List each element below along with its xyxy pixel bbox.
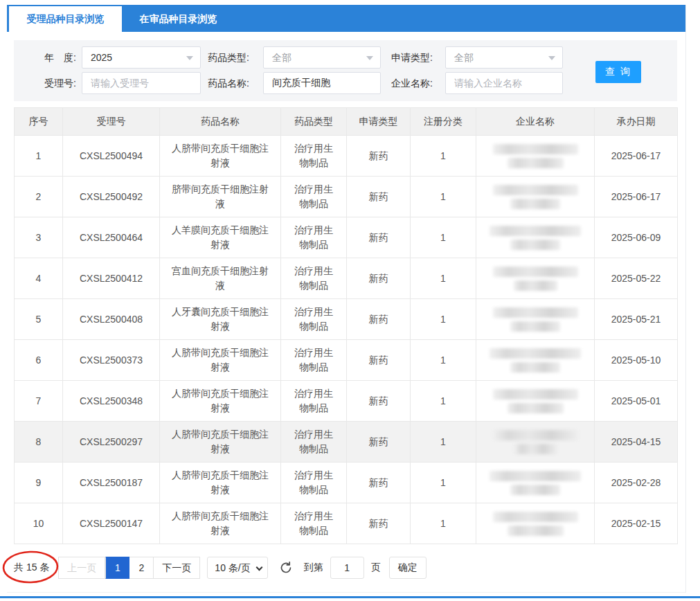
redacted-company-blur: [483, 267, 587, 291]
cell-acceptance-no: CXSL2500492: [63, 177, 160, 217]
search-filter-panel: 年 度: 2025 药品类型: 全部 申请类型: 全部 受理号: 药品名称: 企…: [14, 40, 677, 101]
cell-drug-name: 人脐带间充质干细胞注射液: [160, 136, 281, 177]
tab-under-review-catalog[interactable]: 在审品种目录浏览: [122, 6, 235, 32]
table-row[interactable]: 7CXSL2500348人脐带间充质干细胞注射液治疗用生物制品新药12025-0…: [15, 381, 678, 422]
cell-apply-type: 新药: [347, 463, 411, 503]
tab-accepted-catalog[interactable]: 受理品种目录浏览: [9, 6, 122, 33]
cell-drug-name: 人脐带间充质干细胞注射液: [160, 463, 281, 503]
drug-type-select-value: 全部: [272, 52, 291, 63]
table-row[interactable]: 2CXSL2500492脐带间充质干细胞注射液治疗用生物制品新药12025-06…: [15, 177, 678, 217]
cell-acceptance-no: CXSL2500297: [63, 422, 160, 463]
page-number-button[interactable]: 1: [105, 557, 129, 579]
cell-acceptance-no: CXSL2500147: [63, 503, 160, 544]
cell-drug-name: 人牙囊间充质干细胞注射液: [160, 299, 281, 340]
cell-company-redacted: [476, 177, 595, 217]
table-row[interactable]: 4CXSL2500412宫血间充质干细胞注射液治疗用生物制品新药12025-05…: [15, 258, 678, 299]
pagination-bar: 共 15 条 上一页 12 下一页 10 条/页 到第 页 确定: [7, 557, 685, 579]
cell-acceptance-no: CXSL2500494: [63, 136, 160, 177]
page-size-select[interactable]: 10 条/页: [207, 557, 267, 579]
cell-seq: 2: [15, 177, 63, 217]
cell-seq: 5: [15, 299, 63, 340]
cell-reg-class: 1: [411, 258, 476, 299]
table-row[interactable]: 6CXSL2500373人脐带间充质干细胞注射液治疗用生物制品新药12025-0…: [15, 340, 678, 381]
next-page-button[interactable]: 下一页: [154, 557, 200, 579]
cell-company-redacted: [476, 381, 595, 422]
results-table: 序号受理号药品名称药品类型申请类型注册分类企业名称承办日期 1CXSL25004…: [14, 107, 678, 544]
cell-reg-class: 1: [411, 463, 476, 503]
cell-apply-type: 新药: [347, 340, 411, 381]
cell-acceptance-no: CXSL2500464: [63, 217, 160, 258]
acceptance-no-input[interactable]: [82, 72, 201, 94]
column-header: 受理号: [63, 108, 160, 136]
cell-date: 2025-04-15: [595, 422, 678, 463]
cell-company-redacted: [476, 217, 595, 258]
cell-drug-type: 治疗用生物制品: [281, 258, 347, 299]
table-row[interactable]: 3CXSL2500464人羊膜间充质干细胞注射液治疗用生物制品新药12025-0…: [15, 217, 678, 258]
prev-page-button[interactable]: 上一页: [58, 557, 105, 579]
apply-type-select[interactable]: 全部: [445, 46, 563, 69]
cell-reg-class: 1: [411, 217, 476, 258]
cell-apply-type: 新药: [347, 503, 411, 544]
jump-to-label: 到第: [304, 562, 323, 574]
cell-acceptance-no: CXSL2500412: [63, 258, 160, 299]
table-row[interactable]: 10CXSL2500147人脐带间充质干细胞注射液治疗用生物制品新药12025-…: [15, 503, 678, 544]
cell-acceptance-no: CXSL2500373: [63, 340, 160, 381]
table-row[interactable]: 1CXSL2500494人脐带间充质干细胞注射液治疗用生物制品新药12025-0…: [15, 136, 678, 177]
cell-reg-class: 1: [411, 299, 476, 340]
chevron-down-icon: [366, 56, 373, 60]
cell-drug-name: 宫血间充质干细胞注射液: [160, 258, 281, 299]
cell-seq: 8: [15, 422, 63, 463]
jump-page-input[interactable]: [330, 557, 364, 579]
cell-drug-name: 人脐带间充质干细胞注射液: [160, 422, 281, 463]
redacted-company-blur: [483, 471, 587, 495]
column-header: 企业名称: [476, 108, 595, 136]
cell-date: 2025-05-01: [595, 381, 678, 422]
page-number-button[interactable]: 2: [129, 557, 154, 579]
cell-drug-type: 治疗用生物制品: [281, 217, 347, 258]
cell-company-redacted: [476, 136, 595, 177]
confirm-button[interactable]: 确定: [389, 557, 427, 579]
redacted-company-blur: [483, 389, 587, 413]
company-name-input[interactable]: [445, 72, 563, 94]
column-header: 申请类型: [347, 108, 411, 136]
redacted-company-blur: [483, 144, 587, 168]
cell-company-redacted: [476, 463, 595, 503]
cell-apply-type: 新药: [347, 217, 411, 258]
cell-apply-type: 新药: [347, 258, 411, 299]
cell-reg-class: 1: [411, 136, 476, 177]
cell-seq: 7: [15, 381, 63, 422]
search-button[interactable]: 查 询: [595, 61, 641, 83]
page-word-label: 页: [371, 562, 381, 574]
page-button-group: 上一页 12 下一页: [58, 557, 200, 579]
cell-date: 2025-05-21: [595, 299, 678, 340]
cell-drug-type: 治疗用生物制品: [281, 381, 347, 422]
cell-drug-name: 脐带间充质干细胞注射液: [160, 177, 281, 217]
cell-acceptance-no: CXSL2500408: [63, 299, 160, 340]
drug-name-input[interactable]: [263, 72, 381, 94]
drug-type-select[interactable]: 全部: [263, 46, 381, 69]
refresh-icon[interactable]: [279, 561, 293, 575]
table-row[interactable]: 9CXSL2500187人脐带间充质干细胞注射液治疗用生物制品新药12025-0…: [15, 463, 678, 503]
redacted-company-blur: [483, 430, 587, 454]
cell-date: 2025-02-15: [595, 503, 678, 544]
table-row[interactable]: 5CXSL2500408人牙囊间充质干细胞注射液治疗用生物制品新药12025-0…: [15, 299, 678, 340]
cell-date: 2025-02-28: [595, 463, 678, 503]
cell-date: 2025-06-09: [595, 217, 678, 258]
page-size-value: 10 条/页: [215, 562, 250, 573]
cell-company-redacted: [476, 299, 595, 340]
year-select[interactable]: 2025: [82, 46, 201, 69]
chevron-down-icon: [186, 56, 193, 60]
drug-name-label: 药品名称:: [201, 72, 249, 94]
cell-drug-name: 人脐带间充质干细胞注射液: [160, 381, 281, 422]
cell-drug-name: 人羊膜间充质干细胞注射液: [160, 217, 281, 258]
column-header: 药品类型: [281, 108, 347, 136]
cell-drug-type: 治疗用生物制品: [281, 463, 347, 503]
redacted-company-blur: [483, 348, 587, 373]
cell-seq: 10: [15, 503, 63, 544]
apply-type-label: 申请类型:: [384, 46, 433, 69]
cell-seq: 6: [15, 340, 63, 381]
cell-drug-type: 治疗用生物制品: [281, 299, 347, 340]
cell-seq: 4: [15, 258, 63, 299]
cell-date: 2025-05-10: [595, 340, 678, 381]
table-row[interactable]: 8CXSL2500297人脐带间充质干细胞注射液治疗用生物制品新药12025-0…: [15, 422, 678, 463]
